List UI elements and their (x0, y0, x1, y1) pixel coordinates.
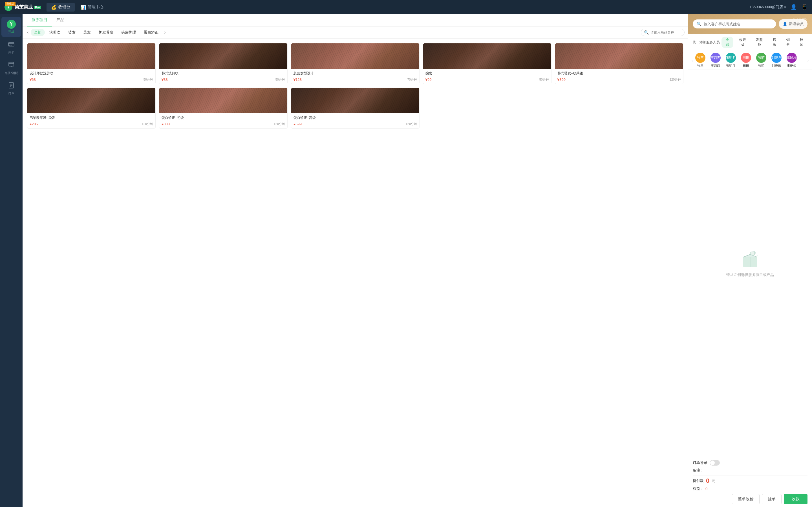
product-duration-2: 50分钟 (275, 77, 285, 82)
product-card-1[interactable]: 设计师款洗剪吹 ¥68 50分钟 (27, 43, 156, 84)
category-wash-blow[interactable]: 洗剪吹 (46, 29, 64, 36)
product-info-3: 总监发型设计 ¥128 70分钟 (291, 69, 406, 84)
category-perm[interactable]: 烫发 (65, 29, 79, 36)
category-color[interactable]: 染发 (80, 29, 94, 36)
tabs-bar: 服务项目 产品 (22, 14, 406, 26)
product-card-2[interactable]: 韩式洗剪吹 ¥88 50分钟 (159, 43, 288, 84)
tab-product[interactable]: 产品 (52, 14, 69, 26)
product-name-1: 设计师款洗剪吹 (30, 71, 153, 76)
product-image-7 (159, 88, 287, 113)
svg-rect-3 (9, 62, 14, 66)
product-price-7: ¥388 (161, 122, 170, 126)
beauty-badge: 美业版 (5, 2, 15, 6)
product-image-8 (291, 88, 406, 113)
product-name-2: 韩式洗剪吹 (161, 71, 285, 76)
product-meta-6: ¥285 120分钟 (30, 122, 153, 126)
product-price-1: ¥68 (30, 77, 36, 82)
sidebar: ¥ 开单 VIP 开卡 充值/消耗 (0, 14, 22, 253)
product-meta-2: ¥88 50分钟 (161, 77, 285, 82)
category-bar: ‹ 全部 洗剪吹 烫发 染发 护发养发 头皮护理 蛋白矫正 › 🔍 (22, 26, 406, 39)
sidebar-item-open-card[interactable]: VIP 开卡 (1, 38, 21, 57)
product-image-1 (28, 43, 155, 69)
pro-badge: Pro (34, 6, 41, 9)
logo-area: ¥ 简芝美业 Pro 美业版 (4, 3, 41, 11)
open-card-icon: VIP (8, 41, 15, 49)
top-navigation: ¥ 简芝美业 Pro 美业版 💰 收银台 📊 管理中心 18600469000的… (0, 0, 406, 14)
product-name-8: 蛋白矫正–高级 (294, 115, 406, 120)
product-price-6: ¥285 (30, 122, 38, 126)
recharge-icon (8, 61, 15, 70)
tab-service[interactable]: 服务项目 (27, 14, 52, 26)
product-price-3: ¥128 (294, 77, 302, 82)
product-image-3 (291, 43, 406, 69)
product-name-6: 巴黎欧莱雅–染发 (30, 115, 153, 120)
sidebar-item-orders-label: 订单 (8, 92, 14, 96)
sidebar-item-open-card-label: 开卡 (8, 50, 14, 55)
product-info-2: 韩式洗剪吹 ¥88 50分钟 (159, 69, 287, 84)
cashier-icon: 💰 (51, 4, 57, 10)
category-care[interactable]: 护发养发 (95, 29, 117, 36)
product-name-3: 总监发型设计 (294, 71, 406, 76)
product-meta-3: ¥128 70分钟 (294, 77, 406, 82)
product-card-8[interactable]: 蛋白矫正–高级 ¥599 120分钟 (291, 88, 406, 129)
product-price-2: ¥88 (161, 77, 168, 82)
product-meta-7: ¥388 120分钟 (161, 122, 285, 126)
product-duration-6: 120分钟 (142, 122, 153, 126)
product-card-6[interactable]: 巴黎欧莱雅–染发 ¥285 120分钟 (27, 88, 156, 129)
sidebar-item-open-order[interactable]: ¥ 开单 (1, 17, 21, 37)
cashier-nav-button[interactable]: 💰 收银台 (47, 3, 75, 11)
product-card-7[interactable]: 蛋白矫正–初级 ¥388 120分钟 (159, 88, 288, 129)
product-name-7: 蛋白矫正–初级 (161, 115, 285, 120)
product-image-6 (28, 88, 155, 113)
svg-text:VIP: VIP (9, 45, 12, 46)
category-keratin[interactable]: 蛋白矫正 (140, 29, 162, 36)
product-price-8: ¥599 (294, 122, 302, 126)
sidebar-item-orders[interactable]: 订单 (1, 79, 21, 99)
product-info-6: 巴黎欧莱雅–染发 ¥285 120分钟 (28, 113, 155, 128)
product-meta-8: ¥599 120分钟 (294, 122, 406, 126)
sidebar-item-recharge-label: 充值/消耗 (4, 71, 18, 75)
category-all[interactable]: 全部 (31, 29, 45, 36)
product-info-1: 设计师款洗剪吹 ¥68 50分钟 (28, 69, 155, 84)
category-next-button[interactable]: › (163, 29, 167, 36)
product-duration-8: 120分钟 (406, 122, 406, 126)
category-scalp[interactable]: 头皮护理 (118, 29, 139, 36)
product-grid: 设计师款洗剪吹 ¥68 50分钟 韩式洗剪吹 ¥88 50分钟 (22, 39, 406, 133)
orders-icon (8, 82, 15, 91)
management-icon: 📊 (80, 4, 86, 10)
product-meta-1: ¥68 50分钟 (30, 77, 153, 82)
product-info-8: 蛋白矫正–高级 ¥599 120分钟 (291, 113, 406, 128)
category-prev-button[interactable]: ‹ (26, 29, 30, 36)
logo-text: 简芝美业 Pro (15, 4, 41, 10)
management-nav-button[interactable]: 📊 管理中心 (76, 3, 108, 11)
sidebar-item-recharge[interactable]: 充值/消耗 (1, 59, 21, 78)
product-duration-1: 50分钟 (144, 77, 153, 82)
product-duration-7: 120分钟 (274, 122, 285, 126)
main-content: 服务项目 产品 ‹ 全部 洗剪吹 烫发 染发 护发养发 头皮护理 蛋白矫正 › … (22, 14, 406, 253)
open-order-icon: ¥ (7, 20, 16, 29)
product-info-7: 蛋白矫正–初级 ¥388 120分钟 (159, 113, 287, 128)
sidebar-item-open-order-label: 开单 (8, 30, 14, 34)
product-card-3[interactable]: 总监发型设计 ¥128 70分钟 (291, 43, 406, 84)
product-image-2 (159, 43, 287, 69)
